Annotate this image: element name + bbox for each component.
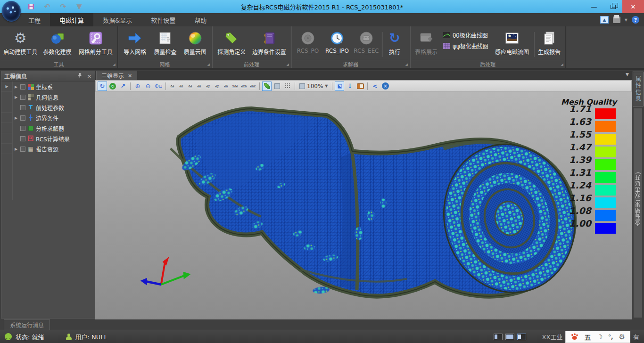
view-axis-button[interactable]: zy xyxy=(213,82,221,90)
printer-icon[interactable] xyxy=(613,16,620,23)
property-info-tab[interactable]: 属性信息 xyxy=(633,72,644,106)
group-expand-icon[interactable]: ◢ xyxy=(287,63,289,66)
solver-rcs-ipo-button[interactable]: RCS_IPO xyxy=(322,29,352,54)
zoom-dropdown-icon[interactable]: ▼ xyxy=(325,84,328,88)
checkbox[interactable] xyxy=(20,126,25,131)
generate-report-button[interactable]: 生成报告 xyxy=(535,29,563,56)
group-expand-icon[interactable]: ◢ xyxy=(207,63,210,66)
tree-item-boundary-condition[interactable]: ▶ ╋ 边界条件 xyxy=(13,113,95,123)
close-button[interactable]: ✕ xyxy=(622,0,644,13)
system-message-tab[interactable]: 系统运行消息 xyxy=(4,319,50,330)
viewport-3d[interactable]: Mesh Quality 1.71 1.63 1.55 1.47 1.39 1.… xyxy=(95,92,632,319)
zoom-out-icon[interactable]: ⊖ xyxy=(143,82,153,91)
layout-left-panel-icon[interactable] xyxy=(494,334,503,340)
ime-settings-gear-icon[interactable]: ⚙ xyxy=(619,333,625,341)
group-expand-icon[interactable]: ◢ xyxy=(561,63,563,66)
tree-item-geometry-info[interactable]: ▶ 几何信息 xyxy=(13,92,95,102)
expand-icon[interactable]: ▶ xyxy=(14,95,18,99)
help-icon[interactable]: ? xyxy=(632,16,639,24)
tab-project[interactable]: 工程 xyxy=(19,13,50,26)
zoom-level-combo[interactable]: 100% ▼ xyxy=(297,83,330,90)
induced-em-current-button[interactable]: 感应电磁流图 xyxy=(491,29,533,56)
launch-modeling-tool-button[interactable]: ⚙ 启动建模工具 xyxy=(2,29,39,56)
view-axis-button[interactable]: xz xyxy=(186,82,194,90)
collapse-ribbon-icon[interactable]: ▲ xyxy=(600,16,609,24)
panel-close-icon[interactable]: × xyxy=(87,73,92,80)
tree-item-analysis-solver[interactable]: 分析求解器 xyxy=(13,123,95,133)
zoom-fit-icon[interactable]: ⊕▫ xyxy=(154,82,163,91)
ime-punctuation-icon[interactable]: °, xyxy=(608,334,613,340)
tab-close-icon[interactable]: × xyxy=(128,73,132,79)
tab-software-settings[interactable]: 软件设置 xyxy=(141,13,185,26)
checkbox[interactable] xyxy=(20,105,25,110)
view-axis-button[interactable]: xz xyxy=(168,82,176,90)
view-axis-button[interactable]: vxz xyxy=(231,82,239,90)
ime-brand-paw-icon[interactable] xyxy=(570,333,578,340)
import-mesh-button[interactable]: 导入网格 xyxy=(120,29,150,56)
printer-dropdown-icon[interactable]: ▼ xyxy=(625,18,627,22)
pan-icon[interactable]: ↗ xyxy=(118,82,128,91)
quality-cloud-button[interactable]: 质量云图 xyxy=(181,29,210,56)
app-logo-icon[interactable] xyxy=(2,1,21,22)
expand-icon[interactable]: ▶ xyxy=(14,116,18,120)
tree-item-rcs-results[interactable]: 回 RCS计算结果 xyxy=(13,133,95,144)
execute-button[interactable]: ↻ 执行 xyxy=(383,29,406,56)
view-axis-button[interactable]: zxv xyxy=(249,82,257,90)
view-axis-button[interactable]: zy xyxy=(204,82,212,90)
expand-icon[interactable]: ▶ xyxy=(14,85,18,89)
group-expand-icon[interactable]: ◢ xyxy=(405,63,408,66)
close-view-icon[interactable]: × xyxy=(380,82,390,91)
solver-rcs-eec-button[interactable]: RCS_EEC xyxy=(352,29,381,54)
download-view-icon[interactable]: ↓ xyxy=(345,82,355,91)
checkbox[interactable] xyxy=(20,115,25,121)
expand-icon[interactable]: ▶ xyxy=(14,147,18,151)
snapshot-folder-icon[interactable] xyxy=(355,82,365,91)
checkbox[interactable] xyxy=(20,95,25,100)
ime-fullhalf-moon-icon[interactable]: ☽ xyxy=(596,333,603,341)
tree-item-report-resource[interactable]: ▶ ▦ 报告资源 xyxy=(13,144,95,154)
rotate-view-icon[interactable]: ↻ xyxy=(98,82,107,91)
view-axis-button[interactable]: zx xyxy=(222,82,230,90)
flat-render-icon[interactable] xyxy=(272,82,282,91)
view-axis-button[interactable]: zx xyxy=(177,82,185,90)
results-collapsed-strip[interactable]: 查看结果(双击展开) xyxy=(634,108,642,318)
tree-item-preprocess-params[interactable]: T 前处理参数 xyxy=(13,102,95,113)
minimize-button[interactable]: — xyxy=(585,0,603,13)
mesh-partition-tool-button[interactable]: 网格剖分工具 xyxy=(76,29,116,56)
checkbox[interactable] xyxy=(20,147,25,152)
view-axis-button[interactable]: zx xyxy=(195,82,203,90)
checkbox[interactable] xyxy=(20,136,25,141)
tab-help[interactable]: 帮助 xyxy=(185,13,216,26)
tab-data-display[interactable]: 数据&显示 xyxy=(93,13,141,26)
view-axis-button[interactable]: zvx xyxy=(240,82,248,90)
tree-root-expander-icon[interactable]: ▶ xyxy=(1,82,12,92)
parametric-modeling-button[interactable]: 参数化建模 xyxy=(39,29,75,56)
orbit-icon[interactable]: ↻ xyxy=(108,82,117,91)
layout-both-panels-icon[interactable] xyxy=(505,334,514,340)
tab-list-dropdown-icon[interactable]: ▼ xyxy=(626,72,629,77)
select-region-icon[interactable]: ⬕ xyxy=(335,82,344,91)
save-icon[interactable] xyxy=(26,2,36,11)
quality-check-button[interactable]: 质量检查 xyxy=(150,29,180,56)
wireframe-render-icon[interactable] xyxy=(283,82,292,91)
solver-rcs-po-button[interactable]: RCS_PO xyxy=(293,29,322,54)
shaded-render-icon[interactable] xyxy=(262,82,272,91)
theta-polarization-curve-button[interactable]: θθ极化曲线图 xyxy=(443,31,488,39)
checkbox[interactable] xyxy=(20,84,25,90)
tab-3d-display[interactable]: 三维显示 × xyxy=(96,71,137,80)
ime-mode-label[interactable]: 五 xyxy=(584,332,591,342)
zoom-in-icon[interactable]: ⊕ xyxy=(133,82,142,91)
probe-angle-button[interactable]: 探测角定义 xyxy=(214,29,249,56)
psi-polarization-curve-button[interactable]: ψψ极化曲线图 xyxy=(443,42,488,50)
pin-icon[interactable] xyxy=(77,73,82,80)
tree-item-coordinate-system[interactable]: ▶ 坐标系 xyxy=(13,82,95,92)
share-icon[interactable]: < xyxy=(370,82,380,91)
tab-em-computation[interactable]: 电磁计算 xyxy=(50,13,93,26)
group-expand-icon[interactable]: ◢ xyxy=(113,63,116,66)
layout-right-panel-icon[interactable] xyxy=(517,334,526,340)
undo-icon[interactable]: ↶ xyxy=(42,2,52,11)
quick-access-dropdown-icon[interactable]: ▼ xyxy=(74,2,84,11)
restore-button[interactable] xyxy=(603,0,622,13)
redo-icon[interactable]: ↷ xyxy=(58,2,68,11)
boundary-settings-button[interactable]: 边界条件设置 xyxy=(249,29,289,56)
